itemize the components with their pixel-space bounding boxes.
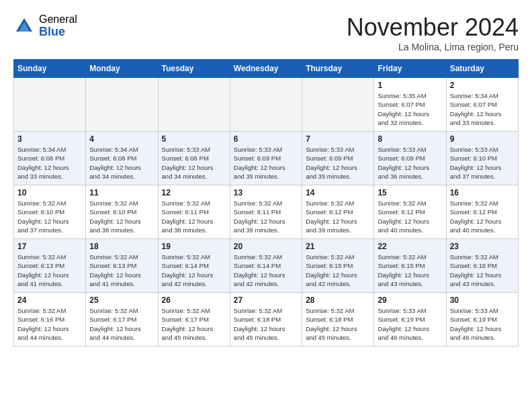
day-cell: 18Sunrise: 5:32 AM Sunset: 6:13 PM Dayli…	[86, 239, 158, 293]
day-number: 27	[234, 295, 298, 305]
day-info: Sunrise: 5:32 AM Sunset: 6:12 PM Dayligh…	[306, 199, 370, 234]
day-cell: 20Sunrise: 5:32 AM Sunset: 6:14 PM Dayli…	[230, 239, 302, 293]
day-info: Sunrise: 5:33 AM Sunset: 6:10 PM Dayligh…	[450, 145, 515, 181]
day-cell	[86, 78, 158, 132]
day-cell: 26Sunrise: 5:32 AM Sunset: 6:17 PM Dayli…	[158, 293, 230, 347]
day-cell: 14Sunrise: 5:32 AM Sunset: 6:12 PM Dayli…	[302, 185, 374, 239]
title-area: November 2024 La Molina, Lima region, Pe…	[347, 13, 519, 52]
day-cell	[158, 78, 230, 132]
day-number: 13	[234, 188, 298, 197]
day-info: Sunrise: 5:34 AM Sunset: 6:07 PM Dayligh…	[450, 91, 515, 127]
col-header-tuesday: Tuesday	[158, 60, 230, 78]
month-title: November 2024	[347, 13, 519, 42]
day-cell: 1Sunrise: 5:35 AM Sunset: 6:07 PM Daylig…	[374, 78, 446, 132]
day-info: Sunrise: 5:32 AM Sunset: 6:18 PM Dayligh…	[234, 306, 298, 342]
day-info: Sunrise: 5:32 AM Sunset: 6:17 PM Dayligh…	[162, 306, 226, 342]
day-number: 10	[17, 188, 82, 197]
day-cell: 3Sunrise: 5:34 AM Sunset: 6:08 PM Daylig…	[14, 132, 86, 185]
day-info: Sunrise: 5:32 AM Sunset: 6:14 PM Dayligh…	[162, 253, 226, 288]
day-number: 26	[162, 295, 226, 305]
day-number: 15	[378, 188, 442, 197]
day-number: 8	[378, 134, 442, 144]
day-info: Sunrise: 5:32 AM Sunset: 6:12 PM Dayligh…	[450, 199, 515, 234]
day-number: 20	[234, 242, 298, 251]
day-cell: 28Sunrise: 5:32 AM Sunset: 6:18 PM Dayli…	[302, 293, 374, 347]
day-info: Sunrise: 5:32 AM Sunset: 6:16 PM Dayligh…	[17, 306, 82, 342]
day-cell: 2Sunrise: 5:34 AM Sunset: 6:07 PM Daylig…	[446, 78, 518, 132]
day-number: 11	[89, 188, 154, 197]
day-number: 23	[450, 242, 515, 251]
day-number: 30	[450, 295, 515, 305]
location: La Molina, Lima region, Peru	[347, 42, 519, 52]
day-number: 4	[89, 134, 154, 144]
day-info: Sunrise: 5:34 AM Sunset: 6:08 PM Dayligh…	[17, 145, 82, 181]
day-cell: 8Sunrise: 5:33 AM Sunset: 6:09 PM Daylig…	[374, 132, 446, 185]
day-info: Sunrise: 5:32 AM Sunset: 6:16 PM Dayligh…	[450, 253, 515, 288]
day-info: Sunrise: 5:32 AM Sunset: 6:18 PM Dayligh…	[306, 306, 370, 342]
day-number: 3	[17, 134, 82, 144]
day-number: 9	[450, 134, 515, 144]
logo: General Blue	[13, 13, 77, 38]
day-info: Sunrise: 5:33 AM Sunset: 6:08 PM Dayligh…	[162, 145, 226, 181]
day-number: 14	[306, 188, 370, 197]
day-cell: 22Sunrise: 5:32 AM Sunset: 6:15 PM Dayli…	[374, 239, 446, 293]
day-cell: 19Sunrise: 5:32 AM Sunset: 6:14 PM Dayli…	[158, 239, 230, 293]
day-number: 16	[450, 188, 515, 197]
col-header-thursday: Thursday	[302, 60, 374, 78]
day-cell	[14, 78, 86, 132]
day-cell	[230, 78, 302, 132]
day-number: 2	[450, 81, 515, 90]
day-cell: 7Sunrise: 5:33 AM Sunset: 6:09 PM Daylig…	[302, 132, 374, 185]
day-cell: 11Sunrise: 5:32 AM Sunset: 6:10 PM Dayli…	[86, 185, 158, 239]
week-row-3: 10Sunrise: 5:32 AM Sunset: 6:10 PM Dayli…	[14, 185, 519, 239]
col-header-monday: Monday	[86, 60, 158, 78]
day-number: 22	[378, 242, 442, 251]
day-info: Sunrise: 5:32 AM Sunset: 6:11 PM Dayligh…	[162, 199, 226, 234]
day-number: 6	[234, 134, 298, 144]
day-cell: 29Sunrise: 5:33 AM Sunset: 6:19 PM Dayli…	[374, 293, 446, 347]
day-cell: 9Sunrise: 5:33 AM Sunset: 6:10 PM Daylig…	[446, 132, 518, 185]
page-header: General Blue November 2024 La Molina, Li…	[13, 13, 519, 52]
day-cell	[302, 78, 374, 132]
day-cell: 27Sunrise: 5:32 AM Sunset: 6:18 PM Dayli…	[230, 293, 302, 347]
day-cell: 25Sunrise: 5:32 AM Sunset: 6:17 PM Dayli…	[86, 293, 158, 347]
day-number: 18	[89, 242, 154, 251]
col-header-friday: Friday	[374, 60, 446, 78]
day-cell: 10Sunrise: 5:32 AM Sunset: 6:10 PM Dayli…	[14, 185, 86, 239]
day-number: 12	[162, 188, 226, 197]
day-cell: 24Sunrise: 5:32 AM Sunset: 6:16 PM Dayli…	[14, 293, 86, 347]
day-number: 24	[17, 295, 82, 305]
day-info: Sunrise: 5:32 AM Sunset: 6:10 PM Dayligh…	[17, 199, 82, 234]
day-info: Sunrise: 5:33 AM Sunset: 6:19 PM Dayligh…	[450, 306, 515, 342]
day-info: Sunrise: 5:32 AM Sunset: 6:10 PM Dayligh…	[89, 199, 154, 234]
day-info: Sunrise: 5:33 AM Sunset: 6:09 PM Dayligh…	[306, 145, 370, 181]
day-info: Sunrise: 5:33 AM Sunset: 6:09 PM Dayligh…	[378, 145, 442, 181]
day-cell: 16Sunrise: 5:32 AM Sunset: 6:12 PM Dayli…	[446, 185, 518, 239]
day-info: Sunrise: 5:35 AM Sunset: 6:07 PM Dayligh…	[378, 91, 442, 127]
logo-blue: Blue	[39, 26, 77, 39]
col-header-wednesday: Wednesday	[230, 60, 302, 78]
day-number: 28	[306, 295, 370, 305]
day-cell: 15Sunrise: 5:32 AM Sunset: 6:12 PM Dayli…	[374, 185, 446, 239]
day-info: Sunrise: 5:32 AM Sunset: 6:11 PM Dayligh…	[234, 199, 298, 234]
day-number: 5	[162, 134, 226, 144]
day-cell: 13Sunrise: 5:32 AM Sunset: 6:11 PM Dayli…	[230, 185, 302, 239]
day-cell: 23Sunrise: 5:32 AM Sunset: 6:16 PM Dayli…	[446, 239, 518, 293]
day-info: Sunrise: 5:34 AM Sunset: 6:08 PM Dayligh…	[89, 145, 154, 181]
week-row-1: 1Sunrise: 5:35 AM Sunset: 6:07 PM Daylig…	[14, 78, 519, 132]
week-row-4: 17Sunrise: 5:32 AM Sunset: 6:13 PM Dayli…	[14, 239, 519, 293]
col-header-sunday: Sunday	[14, 60, 86, 78]
week-row-5: 24Sunrise: 5:32 AM Sunset: 6:16 PM Dayli…	[14, 293, 519, 347]
day-cell: 5Sunrise: 5:33 AM Sunset: 6:08 PM Daylig…	[158, 132, 230, 185]
day-info: Sunrise: 5:32 AM Sunset: 6:15 PM Dayligh…	[306, 253, 370, 288]
day-cell: 21Sunrise: 5:32 AM Sunset: 6:15 PM Dayli…	[302, 239, 374, 293]
day-info: Sunrise: 5:32 AM Sunset: 6:15 PM Dayligh…	[378, 253, 442, 288]
day-cell: 6Sunrise: 5:33 AM Sunset: 6:09 PM Daylig…	[230, 132, 302, 185]
day-cell: 4Sunrise: 5:34 AM Sunset: 6:08 PM Daylig…	[86, 132, 158, 185]
logo-text: General Blue	[39, 13, 77, 38]
header-row: SundayMondayTuesdayWednesdayThursdayFrid…	[14, 60, 519, 78]
day-info: Sunrise: 5:33 AM Sunset: 6:09 PM Dayligh…	[234, 145, 298, 181]
day-number: 7	[306, 134, 370, 144]
day-number: 1	[378, 81, 442, 90]
day-info: Sunrise: 5:32 AM Sunset: 6:13 PM Dayligh…	[17, 253, 82, 288]
